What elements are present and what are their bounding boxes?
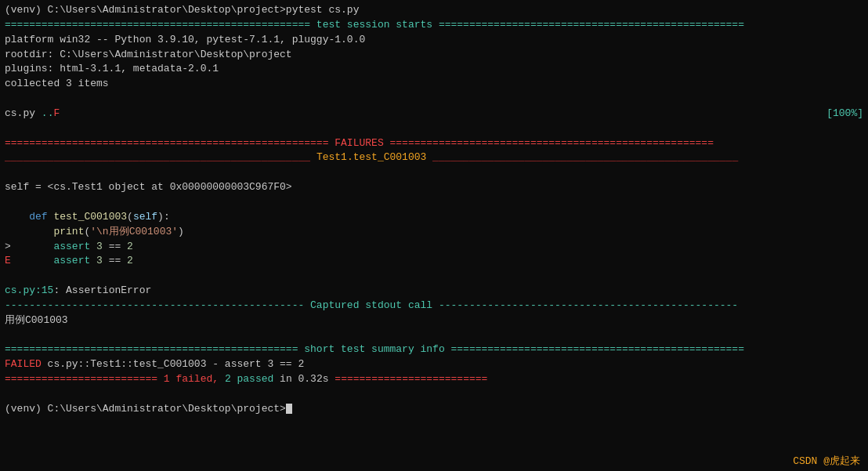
blank-3 [5,165,863,180]
cmd-line: (venv) C:\Users\Administrator\Desktop\pr… [5,3,863,18]
sep-test-session: ========================================… [5,18,863,33]
sep-summary: ========================================… [5,342,863,357]
cs-result-line: cs.py ..F [100%] [5,107,863,121]
assert-arrow-line: > assert 3 == 2 [5,240,863,255]
blank-6 [5,328,863,343]
rootdir-line: rootdir: C:\Users\Administrator\Desktop\… [5,48,863,63]
sep-captured: ----------------------------------------… [5,299,863,313]
blank-7 [5,387,863,402]
blank-1 [5,92,863,107]
plugins-line: plugins: html-3.1.1, metadata-2.0.1 [5,62,863,77]
failed-line: FAILED cs.py::Test1::test_C001003 - asse… [5,357,863,372]
assert-error-line: E assert 3 == 2 [5,254,863,269]
blank-4 [5,195,863,210]
sep-testname: ________________________________________… [5,150,863,165]
captured-output: 用例C001003 [5,313,863,328]
platform-line: platform win32 -- Python 3.9.10, pytest-… [5,33,863,48]
blank-2 [5,121,863,136]
prompt-end: (venv) C:\Users\Administrator\Desktop\pr… [5,402,863,417]
cs-result-text: cs.py ..F [5,107,60,121]
file-ref-line: cs.py:15: AssertionError [5,284,863,299]
def-line: def test_C001003(self): [5,210,863,225]
percent-badge: [100%] [826,107,863,121]
watermark: CSDN @虎起来 [785,451,868,471]
print-line: print('\n用例C001003') [5,225,863,240]
self-line: self = <cs.Test1 object at 0x00000000003… [5,180,863,195]
terminal: (venv) C:\Users\Administrator\Desktop\pr… [0,0,868,471]
result-sep-line: ========================= 1 failed, 2 pa… [5,372,863,387]
sep-failures: ========================================… [5,136,863,151]
collected-line: collected 3 items [5,77,863,92]
blank-5 [5,269,863,284]
